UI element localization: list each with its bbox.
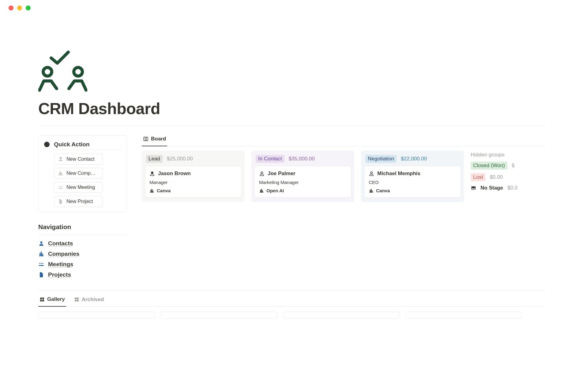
card-name: Joe Palmer [268, 171, 296, 177]
navigation-title: Navigation [38, 223, 127, 231]
nav-meetings[interactable]: Meetings [38, 261, 127, 268]
hidden-lost-row[interactable]: Lost $0.00 [471, 173, 532, 181]
gallery-card[interactable] [161, 312, 277, 319]
stage-chip-lead[interactable]: Lead [146, 155, 163, 163]
window-close-icon[interactable] [9, 6, 13, 10]
new-contact-button[interactable]: New Contact [54, 154, 103, 165]
svg-rect-18 [40, 300, 42, 301]
tab-label: Archived [82, 297, 104, 303]
meeting-icon [58, 185, 63, 190]
gallery-card[interactable] [406, 312, 522, 319]
stage-chip-negotiation[interactable]: Negotiation [365, 155, 397, 163]
hidden-nostage-row[interactable]: No Stage $0.0 [471, 185, 532, 191]
button-label: New Project [66, 199, 93, 204]
card-company: Open AI [266, 188, 284, 193]
window-maximize-icon[interactable] [26, 6, 31, 10]
tab-gallery[interactable]: Gallery [38, 296, 66, 307]
svg-rect-23 [77, 300, 79, 301]
column-negotiation: Negotiation $22,000.00 Michael Memphis C… [361, 151, 464, 202]
nav-contacts[interactable]: Contacts [38, 240, 127, 247]
person-icon [149, 171, 155, 176]
building-icon [58, 171, 63, 176]
deal-card[interactable]: Joe Palmer Marketing Manager Open AI [254, 166, 351, 198]
gallery-row [38, 312, 545, 319]
stage-chip-won: Closed (Won) [471, 162, 507, 170]
building-icon [259, 188, 264, 193]
deal-card[interactable]: Jason Brown Manager Canva [145, 166, 242, 198]
inbox-icon [471, 185, 476, 191]
person-icon [259, 171, 265, 176]
divider [54, 150, 121, 150]
svg-point-2 [59, 186, 60, 187]
button-label: New Meeting [66, 185, 95, 190]
divider [38, 235, 127, 235]
svg-rect-17 [42, 297, 44, 299]
page-title: CRM Dashboard [38, 99, 545, 118]
hidden-won-row[interactable]: Closed (Won) $ [471, 162, 532, 170]
card-company: Canva [376, 188, 390, 193]
svg-rect-20 [75, 297, 77, 299]
svg-rect-22 [75, 300, 77, 301]
nav-label: Meetings [48, 261, 73, 268]
building-icon [369, 188, 374, 193]
column-amount: $22,000.00 [401, 156, 427, 162]
button-label: New Contact [66, 156, 95, 162]
building-icon [149, 188, 154, 193]
svg-point-7 [41, 263, 42, 264]
gallery-card[interactable] [283, 312, 400, 319]
hidden-groups-title: Hidden groups [471, 152, 532, 158]
nav-label: Companies [48, 251, 79, 257]
svg-point-14 [261, 172, 263, 174]
svg-point-4 [62, 186, 62, 187]
gallery-icon [40, 297, 45, 302]
stage-chip-in-contact[interactable]: In Contact [256, 155, 285, 163]
tab-archived[interactable]: Archived [73, 296, 105, 306]
page-hero-icon [38, 47, 545, 93]
gallery-icon [74, 297, 79, 302]
new-meeting-button[interactable]: New Meeting [54, 182, 103, 193]
document-icon [38, 272, 44, 278]
nostage-label: No Stage [481, 185, 503, 191]
svg-point-1 [74, 67, 82, 76]
quick-action-header: Quick Action [44, 141, 121, 148]
svg-point-3 [60, 186, 61, 187]
column-amount: $25,000.00 [167, 156, 193, 162]
card-company: Canva [157, 188, 171, 193]
tab-label: Board [151, 136, 166, 142]
tab-board[interactable]: Board [142, 135, 167, 146]
quick-action-dot-icon [44, 142, 50, 147]
card-role: Marketing Manager [259, 180, 347, 185]
svg-point-8 [42, 263, 43, 264]
svg-point-5 [40, 241, 43, 243]
person-icon [369, 171, 374, 176]
nav-label: Projects [48, 271, 71, 278]
won-amount: $ [512, 163, 514, 169]
column-lead: Lead $25,000.00 Jason Brown Manager Canv… [142, 151, 245, 202]
document-icon [58, 199, 63, 204]
person-icon [38, 240, 44, 247]
deal-card[interactable]: Michael Memphis CEO Canva [364, 166, 461, 198]
tab-label: Gallery [47, 296, 65, 302]
board-icon [143, 136, 149, 142]
new-company-button[interactable]: New Comp… [54, 168, 103, 179]
svg-rect-19 [42, 300, 44, 301]
gallery-card[interactable] [38, 312, 155, 319]
divider [38, 126, 545, 126]
svg-point-15 [371, 172, 372, 174]
nav-projects[interactable]: Projects [38, 271, 127, 278]
person-icon [58, 156, 63, 162]
hidden-groups: Hidden groups Closed (Won) $ Lost $0.00 … [471, 151, 532, 202]
window-minimize-icon[interactable] [17, 6, 22, 10]
nav-companies[interactable]: Companies [38, 251, 127, 257]
column-in-contact: In Contact $35,000.00 Joe Palmer Marketi… [251, 151, 354, 202]
new-project-button[interactable]: New Project [54, 196, 103, 207]
card-name: Jason Brown [158, 171, 191, 177]
svg-rect-9 [144, 137, 148, 141]
quick-action-title: Quick Action [54, 141, 89, 148]
nostage-amount: $0.0 [507, 185, 518, 191]
window-controls [0, 0, 588, 10]
column-amount: $35,000.00 [289, 156, 315, 162]
svg-point-0 [43, 67, 52, 76]
nav-label: Contacts [48, 240, 73, 247]
svg-rect-21 [77, 297, 79, 299]
